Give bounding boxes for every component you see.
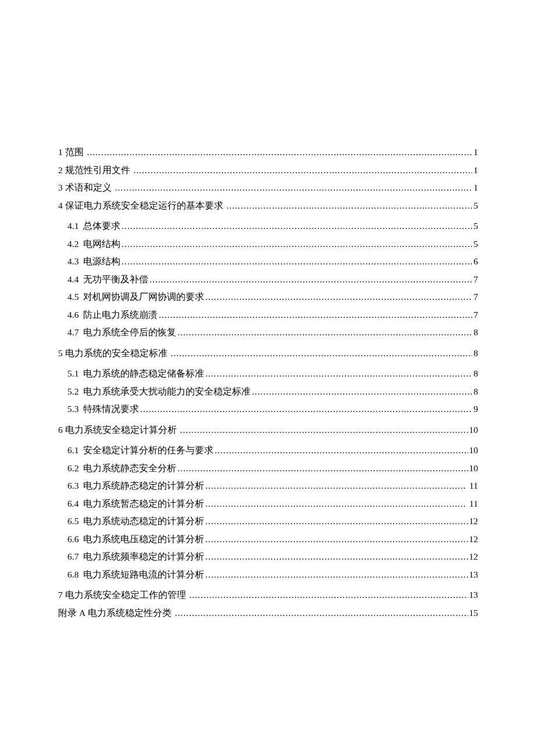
toc-leader-dots bbox=[175, 608, 468, 618]
toc-entry-number: 6.7 bbox=[67, 552, 79, 561]
toc-leader-dots bbox=[190, 590, 468, 600]
toc-entry-page: 11 bbox=[467, 481, 478, 490]
toc-entry-page: 10 bbox=[469, 446, 479, 455]
toc-entry-title: 电力系统全停后的恢复 bbox=[79, 328, 176, 337]
toc-entry-title: 电力系统的静态稳定储备标准 bbox=[79, 369, 204, 378]
toc-entry-number: 4 bbox=[58, 201, 63, 210]
toc-entry-page: 9 bbox=[473, 404, 478, 414]
toc-entry-title: 术语和定义 bbox=[63, 183, 114, 192]
toc-entry[interactable]: 4.3 电源结构6 bbox=[67, 257, 478, 266]
toc-entry[interactable]: 5.2 电力系统承受大扰动能力的安全稳定标准8 bbox=[67, 387, 478, 396]
toc-leader-dots bbox=[177, 328, 472, 337]
toc-leader-dots bbox=[205, 499, 466, 508]
toc-container: 1 范围 12 规范性引用文件 13 术语和定义 14 保证电力系统安全稳定运行… bbox=[58, 148, 478, 617]
toc-entry-title: 电力系统静态安全分析 bbox=[79, 464, 176, 473]
toc-entry[interactable]: 6.7 电力系统频率稳定的计算分析12 bbox=[67, 552, 478, 561]
toc-entry-page: 7 bbox=[473, 275, 478, 284]
toc-entry-title: 范围 bbox=[63, 148, 86, 157]
toc-entry-title: 电网结构 bbox=[79, 239, 120, 249]
toc-leader-dots bbox=[227, 201, 473, 210]
toc-entry[interactable]: 6.8 电力系统短路电流的计算分析13 bbox=[67, 570, 478, 579]
toc-entry[interactable]: 6.3 电力系统静态稳定的计算分析 11 bbox=[67, 481, 478, 490]
toc-entry[interactable]: 6.1 安全稳定计算分析的任务与要求10 bbox=[67, 446, 478, 455]
toc-leader-dots bbox=[252, 387, 472, 396]
toc-leader-dots bbox=[171, 349, 473, 358]
toc-entry-title: 电力系统承受大扰动能力的安全稳定标准 bbox=[79, 387, 251, 396]
toc-entry-title: 电力系统安全稳定工作的管理 bbox=[63, 590, 188, 600]
toc-entry[interactable]: 7 电力系统安全稳定工作的管理 13 bbox=[58, 590, 478, 600]
toc-entry-title: 电力系统短路电流的计算分析 bbox=[79, 570, 204, 579]
toc-entry-page: 7 bbox=[473, 292, 478, 302]
toc-entry-number: 6.1 bbox=[67, 446, 79, 455]
toc-entry[interactable]: 5.3 特殊情况要求9 bbox=[67, 404, 478, 414]
toc-entry-number: 3 bbox=[58, 183, 63, 192]
toc-entry[interactable]: 4.1 总体要求5 bbox=[67, 221, 478, 231]
toc-entry-number: 4.5 bbox=[67, 292, 79, 302]
toc-entry-page: 6 bbox=[473, 257, 478, 266]
toc-entry-number: 5.2 bbox=[67, 387, 79, 396]
toc-entry[interactable]: 2 规范性引用文件 1 bbox=[58, 166, 478, 175]
toc-entry-number: 4.7 bbox=[67, 328, 79, 337]
toc-entry[interactable]: 6.5 电力系统动态稳定的计算分析12 bbox=[67, 517, 478, 526]
toc-entry-page: 5 bbox=[473, 221, 478, 231]
toc-entry-title: 电力系统电压稳定的计算分析 bbox=[79, 535, 204, 544]
toc-entry-page: 5 bbox=[473, 239, 478, 249]
toc-entry-title: 总体要求 bbox=[79, 221, 120, 231]
toc-leader-dots bbox=[149, 275, 472, 284]
toc-entry-page: 12 bbox=[469, 535, 479, 544]
toc-entry-title: 电力系统频率稳定的计算分析 bbox=[79, 552, 204, 561]
toc-entry[interactable]: 4.7 电力系统全停后的恢复8 bbox=[67, 328, 478, 337]
toc-entry-number: 7 bbox=[58, 590, 63, 600]
toc-entry-number: 6.3 bbox=[67, 481, 79, 490]
toc-entry-title: 电源结构 bbox=[79, 257, 120, 266]
toc-leader-dots bbox=[122, 239, 472, 249]
toc-entry-page: 11 bbox=[467, 499, 478, 508]
toc-leader-dots bbox=[205, 535, 468, 544]
toc-entry-title: 电力系统静态稳定的计算分析 bbox=[79, 481, 204, 490]
toc-entry-title: 特殊情况要求 bbox=[79, 404, 139, 414]
toc-entry[interactable]: 4.4 无功平衡及补偿7 bbox=[67, 275, 478, 284]
toc-entry-title: 电力系统的安全稳定标准 bbox=[63, 349, 170, 358]
toc-leader-dots bbox=[177, 464, 468, 473]
toc-entry-number: 附录 A bbox=[58, 608, 85, 618]
toc-entry-title: 电力系统稳定性分类 bbox=[85, 608, 174, 618]
toc-entry-number: 5 bbox=[58, 349, 63, 358]
toc-entry[interactable]: 5.1 电力系统的静态稳定储备标准8 bbox=[67, 369, 478, 378]
toc-entry-title: 无功平衡及补偿 bbox=[79, 275, 148, 284]
toc-entry[interactable]: 附录 A 电力系统稳定性分类 15 bbox=[58, 608, 478, 618]
toc-entry-title: 保证电力系统安全稳定运行的基本要求 bbox=[63, 201, 226, 210]
toc-entry-number: 2 bbox=[58, 166, 63, 175]
toc-leader-dots bbox=[205, 481, 466, 490]
toc-entry-number: 5.1 bbox=[67, 369, 79, 378]
toc-entry-page: 1 bbox=[473, 148, 478, 157]
toc-entry[interactable]: 4.6 防止电力系统崩溃7 bbox=[67, 310, 478, 320]
toc-entry[interactable]: 6.4 电力系统暂态稳定的计算分析 11 bbox=[67, 499, 478, 508]
toc-entry-page: 12 bbox=[469, 552, 479, 561]
toc-entry-number: 6.6 bbox=[67, 535, 79, 544]
toc-entry-number: 4.2 bbox=[67, 239, 79, 249]
toc-entry[interactable]: 4.5 对机网协调及厂网协调的要求7 bbox=[67, 292, 478, 302]
toc-entry-page: 10 bbox=[469, 464, 479, 473]
toc-leader-dots bbox=[122, 257, 472, 266]
toc-entry[interactable]: 5 电力系统的安全稳定标准 8 bbox=[58, 349, 478, 358]
toc-entry[interactable]: 1 范围 1 bbox=[58, 148, 478, 157]
toc-entry-page: 1 bbox=[473, 183, 478, 192]
toc-entry-page: 1 bbox=[473, 166, 478, 175]
toc-leader-dots bbox=[134, 166, 473, 175]
toc-entry-page: 8 bbox=[473, 387, 478, 396]
toc-entry[interactable]: 6.2 电力系统静态安全分析10 bbox=[67, 464, 478, 473]
toc-entry-number: 6.4 bbox=[67, 499, 79, 508]
toc-entry-page: 7 bbox=[473, 310, 478, 320]
toc-entry[interactable]: 3 术语和定义 1 bbox=[58, 183, 478, 192]
toc-entry-number: 6 bbox=[58, 425, 63, 435]
toc-entry-number: 4.1 bbox=[67, 221, 79, 231]
toc-entry-title: 电力系统安全稳定计算分析 bbox=[63, 425, 179, 435]
toc-entry-title: 对机网协调及厂网协调的要求 bbox=[79, 292, 204, 302]
toc-entry-page: 5 bbox=[473, 201, 478, 210]
toc-entry[interactable]: 6 电力系统安全稳定计算分析 10 bbox=[58, 425, 478, 435]
toc-entry-number: 4.3 bbox=[67, 257, 79, 266]
toc-entry[interactable]: 4 保证电力系统安全稳定运行的基本要求 5 bbox=[58, 201, 478, 210]
toc-leader-dots bbox=[180, 425, 468, 435]
toc-entry[interactable]: 6.6 电力系统电压稳定的计算分析12 bbox=[67, 535, 478, 544]
toc-entry[interactable]: 4.2 电网结构5 bbox=[67, 239, 478, 249]
